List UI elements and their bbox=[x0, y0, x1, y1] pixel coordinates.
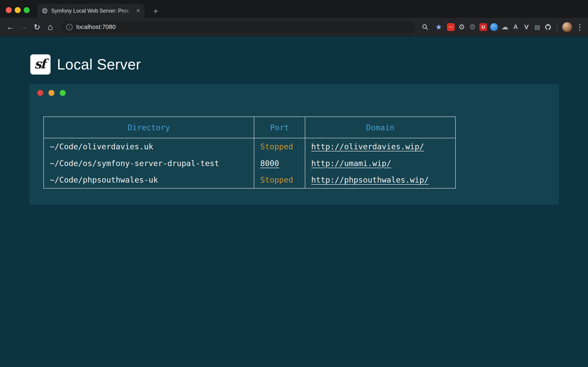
window-close-button[interactable] bbox=[6, 7, 12, 13]
globe-favicon-icon bbox=[42, 8, 48, 14]
domain-link[interactable]: http://phpsouthwales.wip/ bbox=[311, 175, 429, 184]
close-tab-icon[interactable]: ✕ bbox=[136, 8, 140, 14]
domain-cell: http://phpsouthwales.wip/ bbox=[305, 172, 456, 188]
port-cell: Stopped bbox=[254, 138, 305, 155]
browser-menu-button kebab-menu-icon[interactable]: ⋮ bbox=[575, 23, 584, 32]
url-text[interactable]: localhost:7080 bbox=[76, 23, 116, 31]
zoom-button[interactable] bbox=[420, 22, 431, 32]
directory-cell: ~/Code/oliverdavies.uk bbox=[44, 138, 254, 155]
port-cell: Stopped bbox=[254, 172, 305, 188]
adblock-extension-icon[interactable]: ⋯ bbox=[447, 23, 455, 31]
panel-orange-dot-icon bbox=[48, 90, 54, 96]
home-button home-icon[interactable]: ⌂ bbox=[44, 20, 57, 34]
cloud-extension-icon[interactable]: ☁ bbox=[501, 23, 509, 31]
site-info-icon[interactable]: i bbox=[66, 24, 73, 30]
directory-cell: ~/Code/phpsouthwales-uk bbox=[44, 172, 254, 188]
table-row: ~/Code/phpsouthwales-uk Stopped http://p… bbox=[44, 172, 456, 188]
bookmark-button[interactable]: ★ bbox=[433, 22, 444, 32]
page-content: sf Local Server Directory Port Domain bbox=[0, 36, 588, 367]
github-extension-icon[interactable] bbox=[544, 23, 552, 31]
table-header-row: Directory Port Domain bbox=[44, 117, 456, 138]
domain-link[interactable]: http://oliverdavies.wip/ bbox=[311, 142, 424, 151]
column-header-port: Port bbox=[254, 117, 305, 138]
address-bar[interactable]: i localhost:7080 bbox=[61, 21, 415, 33]
toolbar-actions: ★ ⋯ ⚙ ⚙ U ☁ A V ▤ ⋮ bbox=[420, 22, 584, 32]
toolbar-separator bbox=[557, 23, 557, 31]
column-header-directory: Directory bbox=[44, 117, 254, 138]
window-minimize-button[interactable] bbox=[15, 7, 21, 13]
panel-window-dots bbox=[37, 90, 66, 96]
column-header-domain: Domain bbox=[305, 117, 456, 138]
directory-cell: ~/Code/os/symfony-server-drupal-test bbox=[44, 155, 254, 172]
letter-v-extension-icon[interactable]: V bbox=[523, 23, 530, 31]
forward-button forward-icon[interactable]: → bbox=[17, 20, 30, 34]
page-title: Local Server bbox=[57, 56, 141, 73]
port-link[interactable]: 8000 bbox=[260, 159, 279, 168]
panel-red-dot-icon bbox=[37, 90, 43, 96]
profile-avatar[interactable] bbox=[562, 22, 572, 32]
panel-extension-icon[interactable]: ▤ bbox=[533, 23, 541, 31]
browser-tab[interactable]: Symfony Local Web Server: Prox ✕ bbox=[37, 4, 145, 18]
port-status: Stopped bbox=[260, 142, 293, 151]
back-button back-icon[interactable]: ← bbox=[4, 20, 17, 34]
octocat-icon bbox=[545, 24, 552, 31]
server-panel: Directory Port Domain ~/Code/oliverdavie… bbox=[29, 84, 559, 205]
ublock-extension-icon[interactable]: U bbox=[479, 23, 487, 31]
window-zoom-button[interactable] bbox=[24, 7, 30, 13]
letter-a-extension-icon[interactable]: A bbox=[512, 23, 519, 31]
tab-strip: Symfony Local Web Server: Prox ✕ + bbox=[0, 0, 588, 18]
server-table: Directory Port Domain ~/Code/oliverdavie… bbox=[43, 117, 456, 189]
panel-green-dot-icon bbox=[60, 90, 66, 96]
magnifier-icon bbox=[422, 24, 429, 31]
symfony-logo-text: sf bbox=[34, 56, 47, 73]
browser-toolbar: ← → ↻ ⌂ i localhost:7080 ★ ⋯ ⚙ ⚙ U ☁ A V… bbox=[0, 18, 588, 36]
domain-link[interactable]: http://umami.wip/ bbox=[311, 159, 391, 168]
port-cell: 8000 bbox=[254, 155, 305, 172]
domain-cell: http://umami.wip/ bbox=[305, 155, 456, 172]
window-controls bbox=[6, 7, 30, 13]
gear-extension-icon[interactable]: ⚙ bbox=[458, 23, 466, 31]
bookmark-star-icon: ★ bbox=[435, 23, 442, 31]
reload-button reload-icon[interactable]: ↻ bbox=[30, 20, 44, 34]
brand-header: sf Local Server bbox=[30, 54, 141, 75]
port-status: Stopped bbox=[260, 175, 293, 184]
blue-circle-extension-icon[interactable] bbox=[490, 23, 498, 31]
table-row: ~/Code/oliverdavies.uk Stopped http://ol… bbox=[44, 138, 456, 155]
new-tab-button[interactable]: + bbox=[150, 6, 161, 16]
cog-extension-icon[interactable]: ⚙ bbox=[468, 23, 476, 31]
table-row: ~/Code/os/symfony-server-drupal-test 800… bbox=[44, 155, 456, 172]
symfony-logo-icon: sf bbox=[30, 54, 51, 75]
domain-cell: http://oliverdavies.wip/ bbox=[305, 138, 456, 155]
tab-title: Symfony Local Web Server: Prox bbox=[51, 8, 134, 14]
